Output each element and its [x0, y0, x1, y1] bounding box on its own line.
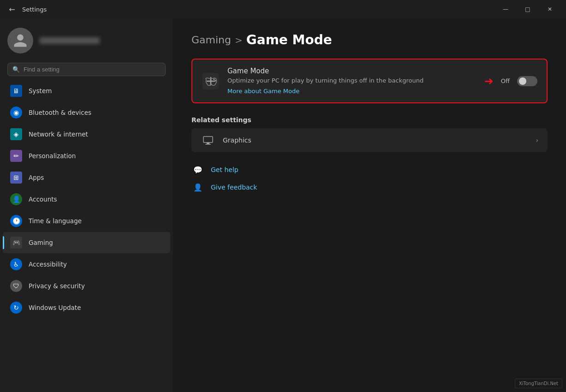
- sidebar-item-label-privacy: Privacy & security: [29, 282, 85, 290]
- sidebar: 🔍 🖥System◉Bluetooth & devices◈Network & …: [0, 18, 173, 392]
- minimize-button[interactable]: —: [495, 2, 516, 17]
- graphics-chevron: ›: [536, 137, 538, 144]
- sidebar-item-label-personalization: Personalization: [29, 152, 76, 160]
- main-layout: 🔍 🖥System◉Bluetooth & devices◈Network & …: [0, 18, 566, 392]
- window-controls: — □ ✕: [495, 2, 560, 17]
- sidebar-item-accounts[interactable]: 👤Accounts: [3, 189, 170, 210]
- sidebar-item-apps[interactable]: ⊞Apps: [3, 167, 170, 188]
- sidebar-item-network[interactable]: ◈Network & internet: [3, 124, 170, 145]
- sidebar-item-time[interactable]: 🕐Time & language: [3, 210, 170, 232]
- give-feedback-icon: 👤: [191, 181, 204, 194]
- svg-rect-4: [207, 143, 209, 144]
- svg-rect-3: [203, 137, 213, 143]
- help-link-give-feedback[interactable]: 👤 Give feedback: [191, 181, 548, 194]
- search-icon: 🔍: [12, 66, 20, 73]
- svg-point-2: [215, 80, 216, 81]
- network-icon: ◈: [10, 128, 22, 140]
- related-settings-title: Related settings: [191, 116, 548, 124]
- sidebar-item-system[interactable]: 🖥System: [3, 80, 170, 101]
- accessibility-icon: ♿: [10, 258, 22, 270]
- sidebar-item-privacy[interactable]: 🛡Privacy & security: [3, 275, 170, 297]
- related-settings-section: Related settings Graphics ›: [191, 116, 548, 152]
- sidebar-item-label-network: Network & internet: [29, 131, 88, 138]
- toggle-area: ➜ Off: [484, 75, 537, 88]
- related-setting-graphics[interactable]: Graphics ›: [191, 128, 548, 152]
- game-mode-description: Optimize your PC for play by turning thi…: [227, 77, 477, 84]
- watermark: XiTongTianDi.Net: [515, 379, 562, 388]
- sidebar-item-label-accessibility: Accessibility: [29, 261, 67, 268]
- app-title: Settings: [22, 6, 47, 13]
- sidebar-item-update[interactable]: ↻Windows Update: [3, 297, 170, 318]
- avatar-icon: [12, 33, 28, 48]
- svg-rect-5: [205, 144, 211, 145]
- update-icon: ↻: [10, 302, 22, 314]
- sidebar-item-bluetooth[interactable]: ◉Bluetooth & devices: [3, 102, 170, 123]
- breadcrumb: Gaming > Game Mode: [191, 32, 548, 48]
- sidebar-item-label-accounts: Accounts: [29, 196, 57, 203]
- apps-icon: ⊞: [10, 172, 22, 184]
- sidebar-item-label-system: System: [29, 87, 52, 95]
- close-button[interactable]: ✕: [539, 2, 560, 17]
- help-link-get-help[interactable]: 💬 Get help: [191, 163, 548, 176]
- nav-list: 🖥System◉Bluetooth & devices◈Network & in…: [0, 80, 173, 319]
- user-profile[interactable]: [0, 18, 173, 61]
- game-mode-link[interactable]: More about Game Mode: [227, 88, 299, 95]
- get-help-label: Get help: [211, 166, 238, 173]
- arrow-indicator: ➜: [484, 75, 494, 88]
- title-bar: ← Settings — □ ✕: [0, 0, 566, 18]
- search-input[interactable]: [24, 66, 161, 73]
- sidebar-item-label-time: Time & language: [29, 217, 82, 225]
- maximize-button[interactable]: □: [517, 2, 538, 17]
- help-section: 💬 Get help 👤 Give feedback: [191, 163, 548, 194]
- breadcrumb-current: Game Mode: [246, 32, 332, 48]
- avatar: [7, 28, 33, 53]
- graphics-icon: [201, 135, 215, 146]
- user-name: [40, 37, 100, 44]
- toggle-label: Off: [501, 77, 510, 84]
- game-mode-title: Game Mode: [227, 67, 477, 75]
- content-area: Gaming > Game Mode Game Mode Optimize yo…: [173, 18, 566, 392]
- sidebar-item-label-update: Windows Update: [29, 304, 81, 311]
- accounts-icon: 👤: [10, 193, 22, 205]
- search-bar[interactable]: 🔍: [7, 63, 166, 76]
- privacy-icon: 🛡: [10, 280, 22, 292]
- game-mode-icon: [202, 72, 220, 90]
- game-mode-toggle[interactable]: [517, 76, 537, 86]
- breadcrumb-parent[interactable]: Gaming: [191, 34, 231, 46]
- get-help-icon: 💬: [191, 163, 204, 176]
- back-button[interactable]: ←: [6, 3, 18, 16]
- graphics-label: Graphics: [223, 137, 528, 144]
- related-settings-list: Graphics ›: [191, 128, 548, 152]
- sidebar-item-label-apps: Apps: [29, 174, 44, 181]
- bluetooth-icon: ◉: [10, 107, 22, 119]
- sidebar-item-accessibility[interactable]: ♿Accessibility: [3, 254, 170, 275]
- system-icon: 🖥: [10, 85, 22, 97]
- svg-point-1: [214, 78, 215, 80]
- sidebar-item-label-bluetooth: Bluetooth & devices: [29, 109, 91, 116]
- sidebar-item-personalization[interactable]: ✏Personalization: [3, 145, 170, 166]
- give-feedback-label: Give feedback: [211, 184, 257, 191]
- game-mode-card: Game Mode Optimize your PC for play by t…: [191, 59, 548, 103]
- personalization-icon: ✏: [10, 150, 22, 162]
- sidebar-item-label-gaming: Gaming: [29, 239, 53, 246]
- time-icon: 🕐: [10, 215, 22, 227]
- sidebar-item-gaming[interactable]: 🎮Gaming: [3, 232, 170, 253]
- gaming-icon: 🎮: [10, 237, 22, 249]
- game-mode-text: Game Mode Optimize your PC for play by t…: [227, 67, 477, 95]
- breadcrumb-separator: >: [235, 35, 243, 46]
